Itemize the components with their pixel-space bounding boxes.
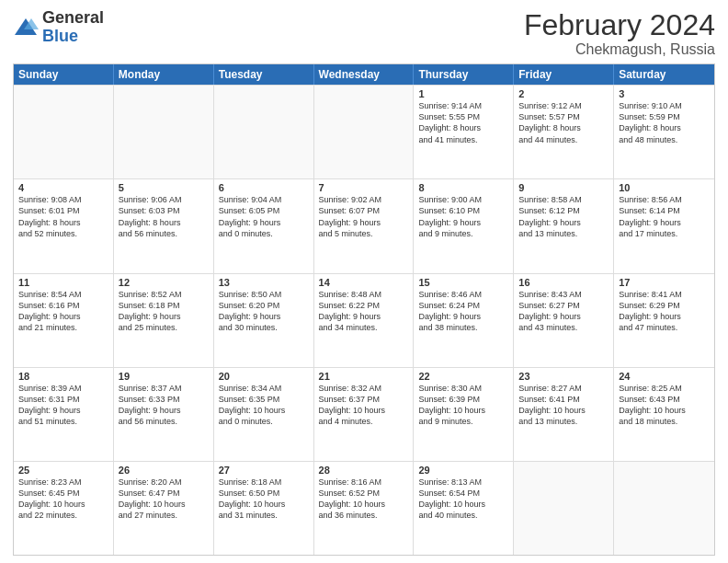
day-info: Sunrise: 8:25 AMSunset: 6:43 PMDaylight:… xyxy=(619,383,710,428)
day-cell-21: 21Sunrise: 8:32 AMSunset: 6:37 PMDayligh… xyxy=(314,368,415,461)
day-info: Sunrise: 9:10 AMSunset: 5:59 PMDaylight:… xyxy=(619,100,710,145)
day-info: Sunrise: 8:23 AMSunset: 6:45 PMDaylight:… xyxy=(18,477,108,522)
empty-cell xyxy=(114,86,214,178)
day-info: Sunrise: 8:48 AMSunset: 6:22 PMDaylight:… xyxy=(319,289,409,334)
day-info: Sunrise: 8:32 AMSunset: 6:37 PMDaylight:… xyxy=(319,383,409,428)
day-number: 3 xyxy=(619,88,710,99)
header-cell-saturday: Saturday xyxy=(614,64,714,85)
day-info: Sunrise: 9:02 AMSunset: 6:07 PMDaylight:… xyxy=(319,194,409,239)
day-info: Sunrise: 8:34 AMSunset: 6:35 PMDaylight:… xyxy=(219,383,309,428)
calendar-row-4: 18Sunrise: 8:39 AMSunset: 6:31 PMDayligh… xyxy=(14,367,714,461)
day-number: 10 xyxy=(619,182,710,193)
logo-general: General xyxy=(42,9,104,28)
day-number: 24 xyxy=(619,371,710,382)
day-info: Sunrise: 8:30 AMSunset: 6:39 PMDaylight:… xyxy=(418,383,508,428)
calendar-subtitle: Chekmagush, Russia xyxy=(524,41,715,58)
day-number: 27 xyxy=(219,465,309,476)
day-number: 18 xyxy=(18,371,108,382)
day-number: 13 xyxy=(219,277,309,288)
day-cell-4: 4Sunrise: 9:08 AMSunset: 6:01 PMDaylight… xyxy=(14,179,114,272)
header-cell-monday: Monday xyxy=(114,64,214,85)
day-number: 16 xyxy=(518,277,609,288)
day-number: 19 xyxy=(119,371,209,382)
day-cell-15: 15Sunrise: 8:46 AMSunset: 6:24 PMDayligh… xyxy=(414,274,514,367)
day-number: 11 xyxy=(18,277,108,288)
day-cell-12: 12Sunrise: 8:52 AMSunset: 6:18 PMDayligh… xyxy=(114,274,214,367)
day-cell-3: 3Sunrise: 9:10 AMSunset: 5:59 PMDaylight… xyxy=(614,86,714,178)
day-cell-10: 10Sunrise: 8:56 AMSunset: 6:14 PMDayligh… xyxy=(614,179,714,272)
day-number: 20 xyxy=(219,371,309,382)
day-cell-8: 8Sunrise: 9:00 AMSunset: 6:10 PMDaylight… xyxy=(414,179,514,272)
header-cell-sunday: Sunday xyxy=(14,64,114,85)
day-info: Sunrise: 9:04 AMSunset: 6:05 PMDaylight:… xyxy=(219,194,309,239)
empty-cell xyxy=(14,86,114,178)
day-number: 29 xyxy=(418,465,508,476)
calendar-row-2: 4Sunrise: 9:08 AMSunset: 6:01 PMDaylight… xyxy=(14,178,714,272)
day-cell-23: 23Sunrise: 8:27 AMSunset: 6:41 PMDayligh… xyxy=(514,368,614,461)
day-cell-7: 7Sunrise: 9:02 AMSunset: 6:07 PMDaylight… xyxy=(314,179,415,272)
logo-text: General Blue xyxy=(42,9,104,46)
day-info: Sunrise: 8:13 AMSunset: 6:54 PMDaylight:… xyxy=(418,477,508,522)
day-number: 5 xyxy=(119,182,209,193)
logo-icon xyxy=(13,15,39,40)
logo-blue: Blue xyxy=(42,28,104,46)
day-cell-20: 20Sunrise: 8:34 AMSunset: 6:35 PMDayligh… xyxy=(214,368,314,461)
calendar-header-row: SundayMondayTuesdayWednesdayThursdayFrid… xyxy=(14,64,714,85)
day-cell-28: 28Sunrise: 8:16 AMSunset: 6:52 PMDayligh… xyxy=(314,462,415,555)
calendar-row-1: 1Sunrise: 9:14 AMSunset: 5:55 PMDaylight… xyxy=(14,85,714,178)
day-number: 28 xyxy=(319,465,409,476)
day-info: Sunrise: 9:08 AMSunset: 6:01 PMDaylight:… xyxy=(18,194,108,239)
page: General Blue February 2024 Chekmagush, R… xyxy=(0,0,728,563)
day-number: 8 xyxy=(418,182,508,193)
day-cell-29: 29Sunrise: 8:13 AMSunset: 6:54 PMDayligh… xyxy=(414,462,514,555)
logo: General Blue xyxy=(13,9,104,46)
calendar-row-5: 25Sunrise: 8:23 AMSunset: 6:45 PMDayligh… xyxy=(14,461,714,555)
empty-cell xyxy=(314,86,415,178)
day-number: 22 xyxy=(418,371,508,382)
day-cell-18: 18Sunrise: 8:39 AMSunset: 6:31 PMDayligh… xyxy=(14,368,114,461)
empty-cell xyxy=(214,86,314,178)
day-info: Sunrise: 8:18 AMSunset: 6:50 PMDaylight:… xyxy=(219,477,309,522)
day-number: 26 xyxy=(119,465,209,476)
empty-cell xyxy=(514,462,614,555)
day-info: Sunrise: 8:39 AMSunset: 6:31 PMDaylight:… xyxy=(18,383,108,428)
day-cell-24: 24Sunrise: 8:25 AMSunset: 6:43 PMDayligh… xyxy=(614,368,714,461)
day-cell-6: 6Sunrise: 9:04 AMSunset: 6:05 PMDaylight… xyxy=(214,179,314,272)
day-info: Sunrise: 8:41 AMSunset: 6:29 PMDaylight:… xyxy=(619,289,710,334)
day-cell-27: 27Sunrise: 8:18 AMSunset: 6:50 PMDayligh… xyxy=(214,462,314,555)
day-info: Sunrise: 8:37 AMSunset: 6:33 PMDaylight:… xyxy=(119,383,209,428)
day-number: 7 xyxy=(319,182,409,193)
header: General Blue February 2024 Chekmagush, R… xyxy=(13,9,715,58)
day-number: 23 xyxy=(518,371,609,382)
day-info: Sunrise: 8:46 AMSunset: 6:24 PMDaylight:… xyxy=(418,289,508,334)
day-cell-5: 5Sunrise: 9:06 AMSunset: 6:03 PMDaylight… xyxy=(114,179,214,272)
day-number: 9 xyxy=(518,182,609,193)
header-cell-wednesday: Wednesday xyxy=(314,64,415,85)
day-number: 14 xyxy=(319,277,409,288)
day-info: Sunrise: 8:56 AMSunset: 6:14 PMDaylight:… xyxy=(619,194,710,239)
day-cell-13: 13Sunrise: 8:50 AMSunset: 6:20 PMDayligh… xyxy=(214,274,314,367)
day-info: Sunrise: 9:14 AMSunset: 5:55 PMDaylight:… xyxy=(418,100,508,145)
day-cell-9: 9Sunrise: 8:58 AMSunset: 6:12 PMDaylight… xyxy=(514,179,614,272)
day-cell-16: 16Sunrise: 8:43 AMSunset: 6:27 PMDayligh… xyxy=(514,274,614,367)
calendar-body: 1Sunrise: 9:14 AMSunset: 5:55 PMDaylight… xyxy=(14,85,714,555)
day-number: 15 xyxy=(418,277,508,288)
day-info: Sunrise: 9:00 AMSunset: 6:10 PMDaylight:… xyxy=(418,194,508,239)
day-cell-19: 19Sunrise: 8:37 AMSunset: 6:33 PMDayligh… xyxy=(114,368,214,461)
day-cell-22: 22Sunrise: 8:30 AMSunset: 6:39 PMDayligh… xyxy=(414,368,514,461)
day-info: Sunrise: 8:27 AMSunset: 6:41 PMDaylight:… xyxy=(518,383,609,428)
day-info: Sunrise: 8:16 AMSunset: 6:52 PMDaylight:… xyxy=(319,477,409,522)
day-number: 1 xyxy=(418,88,508,99)
calendar-row-3: 11Sunrise: 8:54 AMSunset: 6:16 PMDayligh… xyxy=(14,273,714,367)
day-cell-1: 1Sunrise: 9:14 AMSunset: 5:55 PMDaylight… xyxy=(414,86,514,178)
header-cell-friday: Friday xyxy=(514,64,614,85)
day-info: Sunrise: 8:54 AMSunset: 6:16 PMDaylight:… xyxy=(18,289,108,334)
day-cell-17: 17Sunrise: 8:41 AMSunset: 6:29 PMDayligh… xyxy=(614,274,714,367)
header-cell-tuesday: Tuesday xyxy=(214,64,314,85)
day-number: 21 xyxy=(319,371,409,382)
day-cell-14: 14Sunrise: 8:48 AMSunset: 6:22 PMDayligh… xyxy=(314,274,415,367)
day-info: Sunrise: 8:58 AMSunset: 6:12 PMDaylight:… xyxy=(518,194,609,239)
day-cell-25: 25Sunrise: 8:23 AMSunset: 6:45 PMDayligh… xyxy=(14,462,114,555)
day-number: 25 xyxy=(18,465,108,476)
header-cell-thursday: Thursday xyxy=(414,64,514,85)
